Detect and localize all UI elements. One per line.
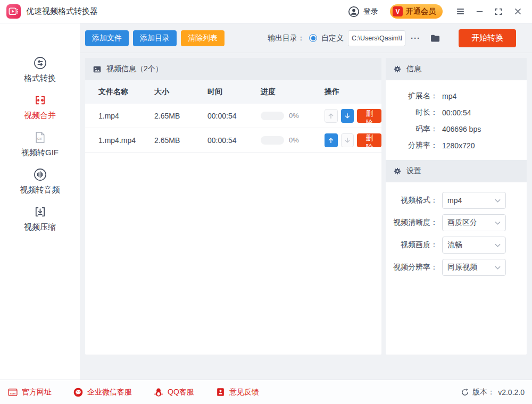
file-operations: 删除 — [325, 109, 381, 123]
gear-icon — [393, 167, 402, 175]
delete-button[interactable]: 删除 — [357, 133, 381, 147]
file-name: 1.mp4.mp4 — [98, 136, 154, 145]
side-panel: 信息 扩展名： mp4 时长： 00:00:54 码率： — [386, 58, 527, 355]
arrow-down-icon — [344, 137, 351, 144]
selected-value: mp4 — [447, 196, 495, 205]
output-dir-group: 输出目录： 自定义 ··· 开始转换 — [268, 29, 516, 47]
hamburger-icon — [455, 6, 466, 16]
vip-label: 开通会员 — [406, 7, 436, 16]
settings-section-header: 设置 — [386, 160, 527, 182]
video-info-panel: 视频信息（2个） 文件名称 大小 时间 进度 操作 1.mp4 2.65MB 0… — [85, 58, 381, 355]
add-directory-button[interactable]: 添加目录 — [133, 30, 177, 46]
field-value: 406696 bps — [442, 125, 481, 133]
clear-list-button[interactable]: 清除列表 — [181, 30, 225, 46]
info-field-duration: 时长： 00:00:54 — [386, 104, 527, 121]
output-path-input[interactable] — [348, 30, 405, 46]
footer-link-label: 官方网址 — [22, 388, 52, 397]
file-time: 00:00:54 — [207, 136, 261, 145]
sidebar-item-label: 视频压缩 — [24, 222, 56, 232]
setting-video-format: 视频格式： mp4 — [386, 189, 527, 212]
selected-value: 画质区分 — [447, 218, 495, 228]
menu-button[interactable] — [452, 4, 468, 20]
file-size: 2.65MB — [154, 136, 207, 145]
picture-icon — [93, 65, 102, 74]
wechat-support-link[interactable]: 企业微信客服 — [73, 387, 132, 398]
close-button[interactable] — [510, 4, 526, 20]
sidebar-item-video-merge[interactable]: 视频合并 — [24, 94, 56, 121]
field-label: 码率： — [386, 124, 438, 134]
chevron-down-icon — [495, 199, 501, 203]
field-label: 时长： — [386, 108, 438, 117]
move-down-button — [341, 133, 354, 147]
sidebar-item-format-convert[interactable]: 格式转换 — [24, 56, 56, 83]
delete-button[interactable]: 删除 — [357, 109, 381, 123]
sidebar-item-label: 视频转音频 — [20, 185, 60, 195]
svg-text:.com: .com — [10, 391, 16, 394]
compress-icon — [34, 205, 47, 218]
custom-radio-label: 自定义 — [321, 33, 344, 43]
setting-video-resolution: 视频分辨率： 同原视频 — [386, 256, 527, 279]
open-folder-button[interactable] — [430, 33, 440, 44]
version-value: v2.0.2.0 — [498, 388, 525, 397]
video-clarity-select[interactable]: 画质区分 — [442, 214, 506, 231]
move-up-button[interactable] — [325, 133, 338, 147]
video-format-select[interactable]: mp4 — [442, 192, 506, 209]
version-info: 版本：v2.0.2.0 — [461, 388, 525, 397]
minimize-button[interactable] — [471, 4, 487, 20]
field-label: 视频格式： — [386, 196, 438, 205]
refresh-icon — [461, 388, 469, 397]
field-label: 视频清晰度： — [386, 218, 438, 228]
custom-radio[interactable] — [309, 34, 317, 42]
start-convert-button[interactable]: 开始转换 — [459, 29, 516, 47]
add-file-button[interactable]: 添加文件 — [85, 30, 129, 46]
sidebar-item-video-compress[interactable]: 视频压缩 — [24, 205, 56, 232]
col-operation: 操作 — [325, 87, 381, 97]
maximize-icon — [494, 7, 503, 16]
wechat-icon — [73, 387, 84, 398]
main-area: 视频信息（2个） 文件名称 大小 时间 进度 操作 1.mp4 2.65MB 0… — [80, 53, 532, 380]
swap-arrows-icon — [34, 56, 47, 70]
video-resolution-select[interactable]: 同原视频 — [442, 259, 506, 276]
arrow-up-icon — [327, 137, 335, 144]
move-down-button[interactable] — [341, 109, 354, 123]
sidebar-item-label: 视频合并 — [24, 111, 56, 121]
sidebar-item-video-to-audio[interactable]: 视频转音频 — [20, 168, 60, 195]
footer-link-label: 企业微信客服 — [87, 388, 132, 397]
progress-bar — [261, 136, 284, 145]
browse-more-button[interactable]: ··· — [410, 33, 421, 43]
field-value: 1280x720 — [442, 141, 475, 150]
login-button[interactable]: 登录 — [348, 6, 378, 18]
info-field-extension: 扩展名： mp4 — [386, 88, 527, 104]
gif-file-icon: GIF — [34, 131, 47, 144]
col-filename: 文件名称 — [98, 87, 154, 97]
table-row: 1.mp4 2.65MB 00:00:54 0% — [85, 104, 381, 128]
field-value: mp4 — [442, 92, 456, 100]
official-website-link[interactable]: .com 官方网址 — [7, 387, 52, 398]
app-window: 优速视频格式转换器 登录 V 开通会员 — [0, 0, 532, 404]
video-info-header: 视频信息（2个） — [85, 58, 381, 80]
titlebar: 优速视频格式转换器 登录 V 开通会员 — [0, 0, 532, 23]
video-info-title: 视频信息（2个） — [106, 64, 163, 74]
vip-icon: V — [393, 6, 403, 16]
content-area: 添加文件 添加目录 清除列表 输出目录： 自定义 ··· 开始转换 — [80, 23, 532, 380]
window-controls — [452, 4, 526, 20]
file-progress: 0% — [261, 136, 325, 145]
minimize-icon — [475, 7, 484, 16]
feedback-link[interactable]: 意见反馈 — [215, 387, 259, 397]
main-row: 格式转换 视频合并 GIF 视频转GIF — [0, 23, 532, 380]
footer-link-label: 意见反馈 — [229, 388, 259, 397]
feedback-icon — [215, 387, 226, 397]
video-quality-select[interactable]: 流畅 — [442, 237, 506, 254]
output-dir-label: 输出目录： — [268, 33, 305, 43]
info-section-title: 信息 — [406, 64, 421, 74]
vip-membership-button[interactable]: V 开通会员 — [390, 4, 443, 19]
sidebar-item-video-to-gif[interactable]: GIF 视频转GIF — [21, 131, 59, 158]
maximize-button[interactable] — [491, 4, 506, 20]
info-fields: 扩展名： mp4 时长： 00:00:54 码率： 406696 bps 分 — [386, 80, 527, 160]
version-label: 版本： — [472, 388, 495, 397]
file-progress: 0% — [261, 112, 325, 120]
progress-bar — [261, 112, 284, 120]
setting-video-quality: 视频画质： 流畅 — [386, 234, 527, 256]
file-time: 00:00:54 — [207, 112, 261, 120]
qq-support-link[interactable]: QQ客服 — [153, 387, 194, 398]
